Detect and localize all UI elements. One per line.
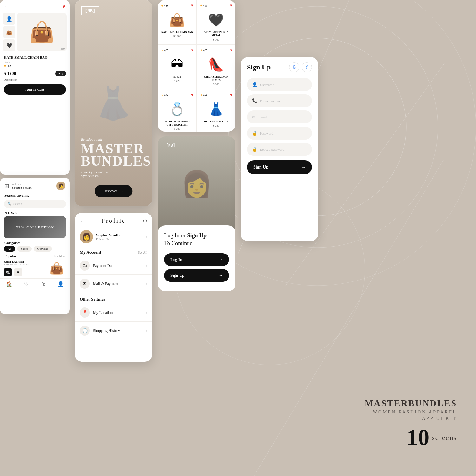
favorites-nav-icon[interactable]: ♡ xyxy=(24,281,29,287)
category-all[interactable]: All xyxy=(4,246,15,252)
product-img-2: 🕶 xyxy=(171,55,183,74)
shopping-history-item[interactable]: 🕐 Shopping History › xyxy=(75,322,152,340)
search-label: Search Anything xyxy=(0,192,70,199)
repeat-password-input[interactable]: 🔒 Repead password xyxy=(247,143,312,156)
add-to-cart-button[interactable]: Add To Cart xyxy=(4,84,66,95)
home-nav-icon[interactable]: 🏠 xyxy=(6,281,12,287)
payment-icon: 🗂 xyxy=(80,261,90,271)
grid-icon[interactable]: ⊞ xyxy=(4,182,9,189)
brand-name: SAINT LAURENT xyxy=(4,261,47,263)
mail-payment-item[interactable]: ✉ Mail & Payment › xyxy=(75,275,152,293)
thumb-3[interactable]: 🖤 xyxy=(3,39,15,51)
location-chevron: › xyxy=(146,310,147,315)
rotation-label: 360 xyxy=(61,47,65,50)
fav-0[interactable]: ♥ xyxy=(191,3,193,8)
popular-product-image: 👜 xyxy=(47,261,66,276)
screen-promo: 👗 [MB] Be unique with MASTER BUNDLES col… xyxy=(75,0,152,206)
product-name-4: OVERSIZED GROOVE CUFF BRACELET xyxy=(161,120,193,127)
google-signup-button[interactable]: G xyxy=(289,62,299,72)
wishlist-button[interactable]: ♥ xyxy=(14,268,22,276)
brand-subtitle-line2: APP UI KIT xyxy=(365,416,457,421)
see-all-link[interactable]: See All xyxy=(138,251,147,254)
product-img-1: 🖤 xyxy=(208,10,224,30)
promo-logo: [MB] xyxy=(81,6,99,15)
shopping-chevron: › xyxy=(146,328,147,333)
category-outwear[interactable]: Outwear xyxy=(34,246,52,252)
screen-grid: ★ 4,9 ♥ 👜 KATE SMALL CHAIN BAG $ 1200 ★ … xyxy=(158,0,235,132)
quantity-toggle[interactable]: ● 1 xyxy=(55,71,66,76)
product-price-3: $ 800 xyxy=(213,83,219,86)
qty-value: 1 xyxy=(62,72,63,75)
facebook-signup-button[interactable]: f xyxy=(302,62,312,72)
discover-button[interactable]: Discover → xyxy=(95,185,132,197)
search-bar[interactable]: 🔍 Search xyxy=(4,200,66,208)
location-icon: 📍 xyxy=(80,307,90,318)
payment-label: Payment Data xyxy=(93,263,115,268)
product-name-0: KATE SMALL CHAIN BAG xyxy=(161,31,193,34)
star-icon-5: ★ xyxy=(200,93,202,96)
grid-item-0[interactable]: ★ 4,9 ♥ 👜 KATE SMALL CHAIN BAG $ 1200 xyxy=(158,0,196,44)
password-input[interactable]: 🔒 Password xyxy=(247,127,312,140)
location-item[interactable]: 📍 My Location › xyxy=(75,304,152,322)
product-name-1: ARTY EARRINGS IN METAL xyxy=(200,31,232,37)
thumb-1[interactable]: 👤 xyxy=(3,13,15,25)
signup-from-login-button[interactable]: Sign Up → xyxy=(164,269,229,282)
product-price-2: $ 420 xyxy=(174,79,180,83)
mail-chevron: › xyxy=(146,281,147,286)
payment-data-item[interactable]: 🗂 Payment Data › xyxy=(75,257,152,275)
password-icon: 🔒 xyxy=(252,130,257,136)
grid-item-4[interactable]: ★ 4,5 ♥ 💍 OVERSIZED GROOVE CUFF BRACELET… xyxy=(158,89,196,132)
cart-nav-icon[interactable]: 🛍 xyxy=(41,281,46,287)
fav-2[interactable]: ♥ xyxy=(191,48,193,53)
profile-avatar[interactable]: 👩 xyxy=(80,230,93,243)
product-emoji: 👜 xyxy=(29,20,55,44)
login-button[interactable]: Log In → xyxy=(164,253,229,266)
repeat-password-placeholder: Repead password xyxy=(260,148,284,151)
screen-signup: Sign Up G f 👤 Username 📞 Phone number ✉ … xyxy=(241,57,318,241)
email-input[interactable]: ✉ Email xyxy=(247,110,312,123)
news-banner[interactable]: NEW COLLECTION xyxy=(4,216,66,238)
product-name-2: SL 536 xyxy=(173,76,181,79)
fav-1[interactable]: ♥ xyxy=(230,3,232,8)
profile-back-icon[interactable]: ← xyxy=(80,218,85,224)
fav-5[interactable]: ♥ xyxy=(230,93,232,97)
news-section-label: N E W S xyxy=(0,209,70,216)
grid-item-2[interactable]: ★ 4,7 ♥ 🕶 SL 536 $ 420 xyxy=(158,45,196,89)
profile-settings-icon[interactable]: ⚙ xyxy=(143,218,147,224)
profile-name: Sophie Smith xyxy=(96,233,146,238)
favorite-icon[interactable]: ♥ xyxy=(63,4,66,10)
login-card: Log In or Sign Up To Continue Log In → S… xyxy=(158,225,235,291)
grid-item-1[interactable]: ★ 4,8 ♥ 🖤 ARTY EARRINGS IN METAL $ 300 xyxy=(197,0,235,44)
rating-value: 4,9 xyxy=(7,64,11,67)
back-icon[interactable]: ← xyxy=(4,4,10,10)
star-icon-0: ★ xyxy=(161,4,163,7)
product-img-4: 💍 xyxy=(169,100,185,119)
phone-input[interactable]: 📞 Phone number xyxy=(247,94,312,107)
screen-model-background: [MB] 👩 xyxy=(158,136,235,232)
see-more-link[interactable]: See More xyxy=(54,255,65,258)
rating-4: 4,5 xyxy=(164,93,168,96)
grid-item-5[interactable]: ★ 4,4 ♥ 👗 RED FASHION SUIT $ 280 xyxy=(197,89,235,132)
thumb-2[interactable]: 👜 xyxy=(3,26,15,38)
add-bag-button[interactable]: 🛍 xyxy=(4,268,12,276)
product-img-0: 👜 xyxy=(169,10,185,30)
star-icon-4: ★ xyxy=(161,93,163,96)
fav-3[interactable]: ♥ xyxy=(230,48,232,53)
profile-edit-label[interactable]: Edit profile xyxy=(96,238,146,241)
profile-nav-icon[interactable]: 👤 xyxy=(57,281,64,287)
grid-item-3[interactable]: ★ 4,7 ♥ 👠 CHICA SLINGBACK PUMPS $ 800 xyxy=(197,45,235,89)
username-input[interactable]: 👤 Username xyxy=(247,78,312,91)
promo-sub: collect your unique style with us. xyxy=(81,170,146,178)
fav-4[interactable]: ♥ xyxy=(191,93,193,97)
signup-submit-button[interactable]: Sign Up → xyxy=(247,160,312,174)
user-avatar[interactable]: 👩 xyxy=(56,182,65,190)
search-icon: 🔍 xyxy=(8,202,11,206)
screen-login-group: [MB] 👩 Log In or Sign Up To Continue Log… xyxy=(158,136,235,317)
category-shoes[interactable]: Shoes xyxy=(17,246,32,252)
promo-tagline: Be unique with xyxy=(81,137,146,141)
categories-label: Categories xyxy=(0,238,70,246)
product-name-5: RED FASHION SUIT xyxy=(204,120,228,123)
product-category: Bags xyxy=(4,60,66,63)
star-icon-2: ★ xyxy=(161,49,163,52)
rating-5: 4,4 xyxy=(203,93,207,96)
